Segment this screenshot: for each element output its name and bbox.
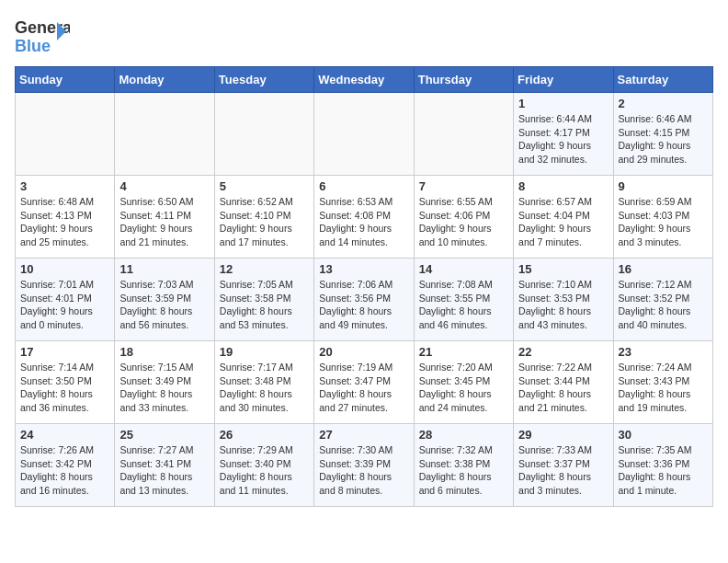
calendar-day-cell: 7Sunrise: 6:55 AM Sunset: 4:06 PM Daylig… (414, 176, 513, 259)
day-info: Sunrise: 6:52 AM Sunset: 4:10 PM Dayligh… (220, 195, 309, 249)
day-number: 11 (119, 262, 209, 276)
day-number: 3 (20, 179, 109, 193)
day-number: 4 (119, 179, 209, 193)
calendar-day-cell: 13Sunrise: 7:06 AM Sunset: 3:56 PM Dayli… (314, 259, 414, 341)
calendar-day-cell: 15Sunrise: 7:10 AM Sunset: 3:53 PM Dayli… (514, 259, 613, 341)
day-info: Sunrise: 7:30 AM Sunset: 3:39 PM Dayligh… (319, 443, 408, 498)
day-info: Sunrise: 7:05 AM Sunset: 3:58 PM Dayligh… (220, 278, 309, 332)
day-info: Sunrise: 6:55 AM Sunset: 4:06 PM Dayligh… (419, 195, 508, 249)
day-number: 29 (518, 428, 608, 442)
day-number: 21 (419, 345, 508, 359)
calendar-day-cell: 3Sunrise: 6:48 AM Sunset: 4:13 PM Daylig… (16, 176, 115, 259)
calendar-day-cell: 4Sunrise: 6:50 AM Sunset: 4:11 PM Daylig… (115, 176, 214, 259)
day-number: 25 (119, 428, 209, 442)
day-number: 14 (419, 262, 508, 276)
day-number: 8 (518, 179, 608, 193)
calendar-day-cell: 30Sunrise: 7:35 AM Sunset: 3:36 PM Dayli… (613, 424, 712, 507)
calendar-week-row: 3Sunrise: 6:48 AM Sunset: 4:13 PM Daylig… (16, 176, 713, 259)
day-info: Sunrise: 6:48 AM Sunset: 4:13 PM Dayligh… (20, 195, 109, 249)
day-info: Sunrise: 7:19 AM Sunset: 3:47 PM Dayligh… (319, 361, 408, 415)
day-info: Sunrise: 7:35 AM Sunset: 3:36 PM Dayligh… (619, 443, 708, 498)
day-info: Sunrise: 6:53 AM Sunset: 4:08 PM Dayligh… (319, 195, 408, 249)
calendar-table: SundayMondayTuesdayWednesdayThursdayFrid… (15, 66, 713, 507)
calendar-day-cell: 20Sunrise: 7:19 AM Sunset: 3:47 PM Dayli… (314, 341, 414, 424)
calendar-day-cell: 19Sunrise: 7:17 AM Sunset: 3:48 PM Dayli… (214, 341, 313, 424)
day-number: 26 (220, 428, 309, 442)
day-info: Sunrise: 7:32 AM Sunset: 3:38 PM Dayligh… (419, 443, 508, 498)
calendar-day-cell: 5Sunrise: 6:52 AM Sunset: 4:10 PM Daylig… (214, 176, 313, 259)
day-of-week-header: Sunday (16, 67, 115, 93)
calendar-day-cell: 27Sunrise: 7:30 AM Sunset: 3:39 PM Dayli… (314, 424, 414, 507)
day-info: Sunrise: 7:08 AM Sunset: 3:55 PM Dayligh… (419, 278, 508, 332)
calendar-week-row: 17Sunrise: 7:14 AM Sunset: 3:50 PM Dayli… (16, 341, 713, 424)
day-number: 13 (319, 262, 408, 276)
day-of-week-header: Tuesday (214, 67, 313, 93)
day-info: Sunrise: 7:22 AM Sunset: 3:44 PM Dayligh… (518, 361, 608, 415)
day-info: Sunrise: 7:27 AM Sunset: 3:41 PM Dayligh… (119, 443, 209, 498)
day-number: 27 (319, 428, 408, 442)
logo-svg: GeneralBlue (15, 15, 70, 59)
day-info: Sunrise: 6:59 AM Sunset: 4:03 PM Dayligh… (619, 195, 708, 249)
day-number: 24 (20, 428, 109, 442)
day-info: Sunrise: 6:50 AM Sunset: 4:11 PM Dayligh… (119, 195, 209, 249)
calendar-day-cell: 10Sunrise: 7:01 AM Sunset: 4:01 PM Dayli… (16, 259, 115, 341)
day-info: Sunrise: 7:33 AM Sunset: 3:37 PM Dayligh… (518, 443, 608, 498)
calendar-day-cell: 23Sunrise: 7:24 AM Sunset: 3:43 PM Dayli… (613, 341, 712, 424)
calendar-day-cell: 12Sunrise: 7:05 AM Sunset: 3:58 PM Dayli… (214, 259, 313, 341)
day-number: 15 (518, 262, 608, 276)
calendar-week-row: 10Sunrise: 7:01 AM Sunset: 4:01 PM Dayli… (16, 259, 713, 341)
day-info: Sunrise: 7:14 AM Sunset: 3:50 PM Dayligh… (20, 361, 109, 415)
day-number: 28 (419, 428, 508, 442)
day-info: Sunrise: 6:57 AM Sunset: 4:04 PM Dayligh… (518, 195, 608, 249)
day-info: Sunrise: 7:03 AM Sunset: 3:59 PM Dayligh… (119, 278, 209, 332)
logo: GeneralBlue (15, 15, 70, 59)
calendar-day-cell: 17Sunrise: 7:14 AM Sunset: 3:50 PM Dayli… (16, 341, 115, 424)
day-number: 20 (319, 345, 408, 359)
day-number: 19 (220, 345, 309, 359)
day-info: Sunrise: 7:12 AM Sunset: 3:52 PM Dayligh… (619, 278, 708, 332)
day-info: Sunrise: 6:44 AM Sunset: 4:17 PM Dayligh… (518, 112, 608, 167)
day-of-week-header: Wednesday (314, 67, 414, 93)
day-number: 12 (220, 262, 309, 276)
day-info: Sunrise: 7:06 AM Sunset: 3:56 PM Dayligh… (319, 278, 408, 332)
calendar-day-cell: 14Sunrise: 7:08 AM Sunset: 3:55 PM Dayli… (414, 259, 513, 341)
svg-text:Blue: Blue (15, 37, 51, 55)
calendar-day-cell: 18Sunrise: 7:15 AM Sunset: 3:49 PM Dayli… (115, 341, 214, 424)
calendar-day-cell: 21Sunrise: 7:20 AM Sunset: 3:45 PM Dayli… (414, 341, 513, 424)
day-info: Sunrise: 7:20 AM Sunset: 3:45 PM Dayligh… (419, 361, 508, 415)
calendar-day-cell (115, 93, 214, 176)
calendar-header-row: SundayMondayTuesdayWednesdayThursdayFrid… (16, 67, 713, 93)
page-header: GeneralBlue (15, 15, 713, 59)
calendar-week-row: 24Sunrise: 7:26 AM Sunset: 3:42 PM Dayli… (16, 424, 713, 507)
day-number: 7 (419, 179, 508, 193)
day-of-week-header: Friday (514, 67, 613, 93)
day-info: Sunrise: 7:24 AM Sunset: 3:43 PM Dayligh… (619, 361, 708, 415)
calendar-day-cell: 26Sunrise: 7:29 AM Sunset: 3:40 PM Dayli… (214, 424, 313, 507)
day-info: Sunrise: 7:26 AM Sunset: 3:42 PM Dayligh… (20, 443, 109, 498)
calendar-day-cell: 6Sunrise: 6:53 AM Sunset: 4:08 PM Daylig… (314, 176, 414, 259)
calendar-day-cell: 16Sunrise: 7:12 AM Sunset: 3:52 PM Dayli… (613, 259, 712, 341)
day-of-week-header: Monday (115, 67, 214, 93)
day-number: 30 (619, 428, 708, 442)
calendar-day-cell (214, 93, 313, 176)
day-number: 23 (619, 345, 708, 359)
calendar-day-cell: 25Sunrise: 7:27 AM Sunset: 3:41 PM Dayli… (115, 424, 214, 507)
day-info: Sunrise: 7:29 AM Sunset: 3:40 PM Dayligh… (220, 443, 309, 498)
day-number: 1 (518, 97, 608, 110)
day-number: 5 (220, 179, 309, 193)
calendar-day-cell: 29Sunrise: 7:33 AM Sunset: 3:37 PM Dayli… (514, 424, 613, 507)
calendar-day-cell: 24Sunrise: 7:26 AM Sunset: 3:42 PM Dayli… (16, 424, 115, 507)
calendar-day-cell (16, 93, 115, 176)
calendar-day-cell: 9Sunrise: 6:59 AM Sunset: 4:03 PM Daylig… (613, 176, 712, 259)
day-number: 16 (619, 262, 708, 276)
calendar-day-cell: 2Sunrise: 6:46 AM Sunset: 4:15 PM Daylig… (613, 93, 712, 176)
day-number: 17 (20, 345, 109, 359)
day-info: Sunrise: 7:01 AM Sunset: 4:01 PM Dayligh… (20, 278, 109, 332)
calendar-day-cell: 28Sunrise: 7:32 AM Sunset: 3:38 PM Dayli… (414, 424, 513, 507)
day-number: 10 (20, 262, 109, 276)
day-info: Sunrise: 7:15 AM Sunset: 3:49 PM Dayligh… (119, 361, 209, 415)
day-of-week-header: Saturday (613, 67, 712, 93)
day-number: 9 (619, 179, 708, 193)
calendar-day-cell (414, 93, 513, 176)
day-number: 2 (619, 97, 708, 110)
